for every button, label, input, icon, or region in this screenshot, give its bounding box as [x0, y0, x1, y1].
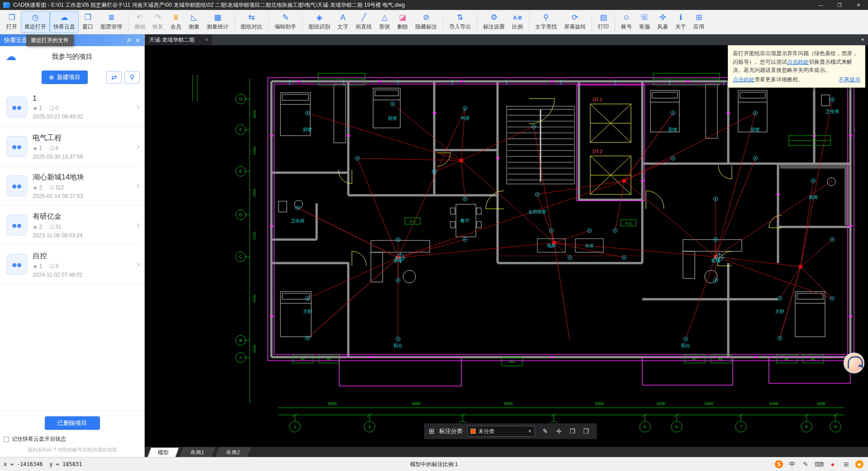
toolbar-undo-button[interactable]: ↶撤销 — [131, 11, 149, 33]
toolbar-measure-stats-button[interactable]: ▦测量统计 — [203, 11, 232, 33]
toolbar-collapse-icon[interactable]: ▼ — [857, 38, 868, 42]
maximize-button[interactable]: ❐ — [830, 0, 849, 10]
toolbar-item-label: 账号 — [621, 23, 632, 31]
toolbar-text-search-button[interactable]: ⚲文字查找 — [531, 11, 560, 33]
toolbar-import-export-button[interactable]: ⇅导入导出 — [446, 11, 474, 33]
category-color-swatch — [470, 429, 476, 434]
account-icon: ☺ — [622, 13, 630, 22]
toolbox-grid-icon[interactable]: ⊞ — [842, 460, 851, 469]
toolbar-redo-button[interactable]: ↷恢复 — [149, 11, 167, 33]
handwriting-icon[interactable]: ✎ — [801, 460, 810, 469]
toolbar-ratio-button[interactable]: A:B比例 — [508, 11, 526, 33]
annotation-edit-icon[interactable]: ✎ — [540, 425, 551, 437]
layout-tab-layout1[interactable]: 布局1 — [180, 447, 214, 457]
annotation-category-select[interactable]: 未分类 ▼ — [467, 426, 535, 437]
toolbar-window-button[interactable]: ❐窗口 — [79, 11, 97, 33]
toolbar-apps-button[interactable]: ⊞应用 — [690, 11, 708, 33]
toolbar-recent-clock-button[interactable]: ◷最近打开 — [21, 11, 50, 33]
project-avatar: ☻☻ — [6, 97, 27, 118]
assistant-logo-icon[interactable]: ☻ — [855, 460, 863, 468]
toolbar-edit-assistant-button[interactable]: ✎编辑助手 — [271, 11, 300, 33]
search-button[interactable]: ⚲ — [124, 71, 140, 84]
members-count: 2 — [39, 224, 43, 230]
new-project-button[interactable]: ⊕ 新建项目 — [42, 71, 88, 84]
toolbar-support-button[interactable]: ☏客服 — [636, 11, 654, 33]
project-name: 电气工程 — [33, 133, 136, 143]
app-logo-icon — [3, 2, 10, 8]
dismiss-notice-link[interactable]: 不再提示 — [839, 75, 860, 84]
project-name: 1 — [33, 94, 136, 103]
tab-close-icon[interactable]: × — [205, 37, 208, 43]
toolbar-item-label: 测量 — [189, 23, 199, 31]
drawing-text: 3400 — [412, 401, 421, 406]
project-list-item[interactable]: ☻☻自控☻1❏32024-11-02 07:46:01› — [0, 245, 144, 284]
toolbar-annotation-settings-button[interactable]: ⚙标注设置 — [479, 11, 508, 33]
minimize-button[interactable]: — — [811, 0, 830, 10]
recording-dot-icon[interactable]: ● — [828, 460, 837, 469]
files-count: 0 — [55, 105, 58, 111]
members-icon: ☻ — [33, 146, 38, 151]
keyboard-icon[interactable]: ⌨ — [815, 460, 824, 469]
drawing-text: 主卧 — [775, 309, 785, 314]
panel-close-icon[interactable]: ✕ — [135, 37, 140, 44]
drawing-viewport[interactable]: G2800F2000E2300D2300C4500B1000A128002340… — [145, 45, 868, 447]
files-count: 4 — [55, 145, 58, 151]
pan-icon[interactable]: ✛ — [553, 425, 565, 437]
erase-icon: ◪ — [399, 13, 406, 22]
toolbar-hide-annotation-button[interactable]: ⊘隐藏标注 — [412, 11, 441, 33]
document-tab[interactable]: 天诚·龙域华都二期 ‥ × — [145, 34, 213, 45]
tab-more-icon[interactable]: ‥ — [198, 37, 201, 43]
recognize-icon: ◈ — [316, 13, 322, 22]
toolbar-item-label: 应用 — [693, 23, 704, 31]
layout-tab-model[interactable]: 模型 — [147, 447, 179, 457]
toolbar-recognize-button[interactable]: ◈图纸识别 — [305, 11, 334, 33]
project-list-item[interactable]: ☻☻1☻1❏02025-10-22 09:49:32› — [0, 88, 144, 127]
toolbar-draw-line-button[interactable]: ╱画直线 — [352, 11, 375, 33]
project-name: 有研亿金 — [33, 212, 136, 221]
toolbar-about-button[interactable]: ℹ关于 — [672, 11, 690, 33]
tutorial-link[interactable]: 点击此处 — [733, 76, 754, 83]
toolbar-erase-button[interactable]: ◪删除 — [394, 11, 412, 33]
close-button[interactable]: ✕ — [849, 0, 868, 10]
refresh-button[interactable]: ⇄ — [106, 71, 122, 84]
toolbar-item-label: 图层管理 — [100, 23, 122, 31]
toolbar-cloud-button[interactable]: ☁快看云盘 — [50, 11, 79, 33]
toolbar-vip-button[interactable]: ♛会员 — [167, 11, 185, 33]
project-list-item[interactable]: ☻☻湖心新城14地块☻2❏1122025-02-14 09:27:53› — [0, 166, 144, 206]
toolbar-account-button[interactable]: ☺账号 — [617, 11, 636, 33]
toolbar-storm-button[interactable]: ✣风暴 — [654, 11, 672, 33]
toolbar-text-button[interactable]: A文字 — [334, 11, 352, 33]
language-mode-indicator[interactable]: 中 — [787, 460, 797, 469]
layout-tab-layout2[interactable]: 布局2 — [216, 447, 250, 457]
project-list-item[interactable]: ☻☻电气工程☻1❏42025-03-30 15:37:56› — [0, 127, 144, 166]
floating-assistant-avatar[interactable] — [844, 353, 864, 373]
toolbar-measure-button[interactable]: ◺测量 — [185, 11, 203, 33]
toolbar-rotate-button[interactable]: ⟳屏幕旋转 — [560, 11, 589, 33]
toolbar-print-button[interactable]: ▤打印 — [594, 11, 612, 33]
switch-display-mode-link[interactable]: 点击此处 — [787, 59, 809, 65]
drawing-text: 书房 — [460, 116, 470, 121]
category-grid-icon[interactable]: ⊞ — [429, 427, 435, 435]
toolbar-open-folder-button[interactable]: ❒打开 — [3, 11, 21, 33]
toolbar-item-label: 比例 — [512, 23, 523, 31]
deleted-projects-button[interactable]: 已删除项目 — [45, 416, 100, 430]
toolbar-shapes-button[interactable]: △形状 — [375, 11, 394, 33]
project-avatar: ☻☻ — [6, 136, 27, 157]
drawing-text: 2AC — [508, 360, 516, 364]
paste-icon[interactable]: ❒ — [580, 425, 592, 437]
toolbar-layers-button[interactable]: ≣图层管理 — [97, 11, 126, 33]
toolbar-separator — [529, 13, 529, 31]
copy-icon[interactable]: ❐ — [567, 425, 579, 437]
toolbar-item-label: 客服 — [639, 23, 650, 31]
pin-icon[interactable]: ⚲ — [125, 36, 133, 44]
members-icon: ☻ — [33, 264, 38, 269]
toolbar-separator — [268, 13, 269, 31]
remember-state-checkbox[interactable] — [4, 437, 9, 442]
chevron-right-icon: › — [137, 180, 140, 192]
files-icon: ❏ — [49, 145, 54, 151]
sogou-input-icon[interactable]: S — [775, 460, 783, 468]
draw-line-icon: ╱ — [361, 13, 366, 22]
toolbar-compare-button[interactable]: ⇆图纸对比 — [237, 11, 266, 33]
toolbar-item-label: 文字查找 — [535, 23, 557, 31]
project-list-item[interactable]: ☻☻有研亿金☻2❏312023-11-06 09:03:24› — [0, 206, 144, 245]
